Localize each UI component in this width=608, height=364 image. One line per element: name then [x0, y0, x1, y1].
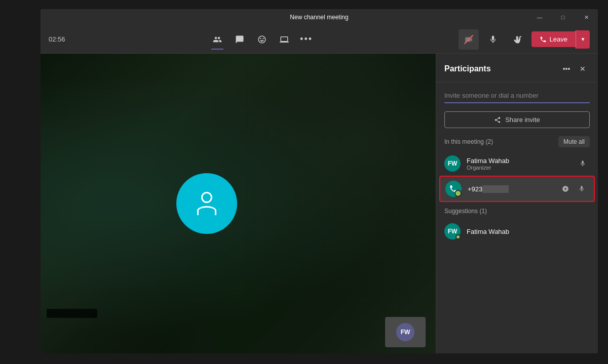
video-area: FW [41, 54, 436, 353]
participants-button[interactable] [207, 29, 227, 50]
participant-actions-phone [558, 182, 589, 196]
minimize-button[interactable]: — [528, 9, 551, 25]
speaker-avatar-container [176, 173, 237, 234]
phone-participant-icon [449, 184, 458, 193]
panel-header: Participants ••• ✕ [436, 54, 598, 83]
panel-header-actions: ••• ✕ [559, 62, 590, 76]
participant-item-phone[interactable]: +923xxxxxxxx [439, 176, 595, 202]
leave-button-group: Leave ▼ [531, 30, 590, 49]
leave-label: Leave [550, 35, 567, 43]
online-indicator [455, 234, 461, 239]
participant-role-fatima: Organizer [467, 165, 569, 171]
mic-icon-phone [578, 185, 585, 192]
video-toggle-button[interactable] [459, 29, 479, 50]
reactions-icon [257, 35, 267, 44]
panel-title: Participants [444, 64, 491, 73]
raise-hand-button[interactable] [507, 29, 527, 50]
participants-panel: Participants ••• ✕ Share invite In this … [436, 54, 598, 353]
call-timer: 02:56 [49, 35, 65, 43]
participant-info-phone: +923xxxxxxxx [468, 185, 552, 193]
toolbar-right-actions: Leave ▼ [459, 29, 590, 50]
phone-icon [540, 36, 547, 43]
share-screen-icon [280, 35, 289, 44]
mute-all-button[interactable]: Mute all [558, 136, 590, 147]
window-controls: — □ ✕ [528, 9, 598, 25]
suggestion-name-fatima: Fatima Wahab [467, 228, 590, 235]
admit-icon [562, 185, 569, 192]
self-video-thumbnail[interactable]: FW [385, 317, 426, 347]
video-name-label [47, 309, 97, 318]
speaker-avatar [176, 173, 237, 234]
avatar-body [197, 206, 216, 215]
video-overlay [41, 54, 436, 353]
invite-search-input[interactable] [444, 89, 590, 103]
leave-dropdown-button[interactable]: ▼ [576, 30, 590, 49]
more-dots-icon: ••• [300, 34, 313, 45]
in-meeting-title: In this meeting (2) [444, 138, 493, 145]
participant-name-phone: +923xxxxxxxx [468, 185, 552, 193]
close-button[interactable]: ✕ [575, 9, 598, 25]
raise-hand-icon [513, 35, 522, 44]
titlebar: New channel meeting — □ ✕ [41, 9, 598, 25]
toolbar-center-icons: ••• [207, 29, 317, 50]
in-meeting-section-header: In this meeting (2) Mute all [436, 132, 598, 151]
avatar-head [201, 192, 212, 203]
meeting-toolbar: 02:56 [41, 25, 598, 54]
window-title: New channel meeting [290, 14, 348, 21]
more-options-button[interactable]: ••• [296, 29, 317, 50]
participant-item-fatima-wahab[interactable]: FW Fatima Wahab Organizer [436, 151, 598, 176]
participants-icon [213, 35, 222, 44]
chat-icon [235, 35, 244, 44]
participant-mic-button-phone[interactable] [575, 182, 589, 196]
panel-close-button[interactable]: ✕ [576, 62, 590, 76]
suggestion-info-fatima: Fatima Wahab [467, 228, 590, 235]
reactions-button[interactable] [252, 29, 272, 50]
avatar-face [197, 192, 216, 215]
participant-info-fatima: Fatima Wahab Organizer [467, 157, 569, 171]
share-invite-button[interactable]: Share invite [444, 111, 590, 128]
participant-admit-button[interactable] [558, 182, 573, 196]
suggestions-section-header: Suggestions (1) [436, 202, 598, 219]
leave-button[interactable]: Leave [531, 31, 576, 47]
chevron-down-icon: ▼ [581, 36, 586, 42]
suggestions-title: Suggestions (1) [444, 208, 487, 215]
share-icon [494, 116, 501, 124]
microphone-icon [488, 35, 498, 44]
suggestion-item-fatima[interactable]: FW Fatima Wahab [436, 219, 598, 244]
mic-button[interactable] [483, 29, 503, 50]
panel-more-button[interactable]: ••• [559, 62, 574, 76]
participant-actions-fatima [576, 156, 590, 171]
mic-icon-participant [579, 160, 586, 167]
app-window: New channel meeting — □ ✕ 02:56 [41, 9, 598, 353]
participant-avatar-fw: FW [444, 155, 461, 172]
participant-avatar-phone [445, 181, 462, 197]
chat-button[interactable] [230, 29, 250, 50]
main-content: FW Participants ••• ✕ Shar [41, 54, 598, 353]
self-avatar: FW [396, 323, 414, 341]
participant-mic-button-fatima[interactable] [576, 156, 590, 171]
search-container [436, 83, 598, 107]
suggestion-avatar-fw: FW [444, 223, 461, 239]
share-invite-label: Share invite [505, 116, 540, 124]
maximize-button[interactable]: □ [551, 9, 575, 25]
share-screen-button[interactable] [274, 29, 294, 50]
participant-name-fatima: Fatima Wahab [467, 157, 569, 165]
